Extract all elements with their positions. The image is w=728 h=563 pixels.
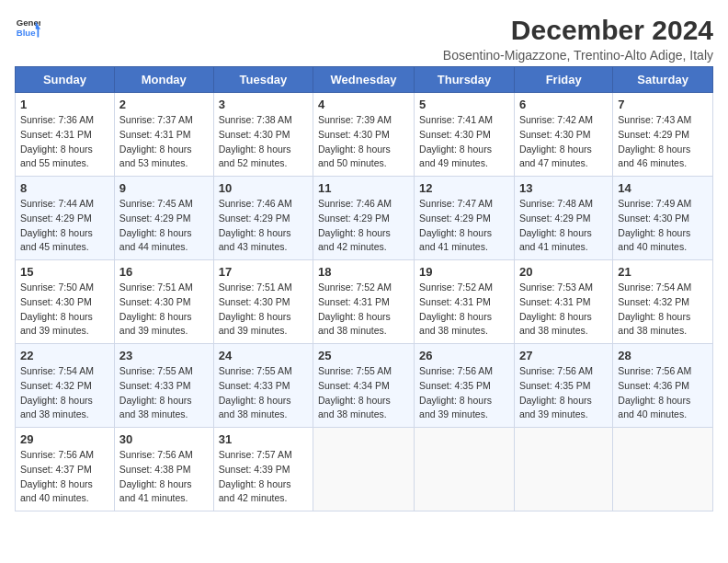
- day-number: 27: [519, 349, 608, 362]
- day-number: 14: [618, 181, 708, 195]
- calendar-cell: 17Sunrise: 7:51 AMSunset: 4:30 PMDayligh…: [213, 260, 313, 344]
- svg-text:Blue: Blue: [17, 28, 36, 38]
- weekday-header-cell: Saturday: [613, 67, 713, 93]
- calendar-cell: 29Sunrise: 7:56 AMSunset: 4:37 PMDayligh…: [16, 428, 115, 511]
- title-section: December 2024 Bosentino-Migazzone, Trent…: [443, 15, 713, 63]
- calendar-cell: 6Sunrise: 7:42 AMSunset: 4:30 PMDaylight…: [514, 93, 612, 177]
- calendar-week-row: 29Sunrise: 7:56 AMSunset: 4:37 PMDayligh…: [16, 428, 713, 511]
- day-info: Sunrise: 7:50 AMSunset: 4:30 PMDaylight:…: [20, 281, 109, 339]
- day-info: Sunrise: 7:49 AMSunset: 4:30 PMDaylight:…: [618, 197, 708, 255]
- weekday-header-cell: Friday: [514, 67, 612, 93]
- calendar-cell: 24Sunrise: 7:55 AMSunset: 4:33 PMDayligh…: [213, 344, 313, 428]
- day-number: 31: [219, 432, 308, 446]
- day-number: 21: [618, 265, 708, 279]
- day-number: 30: [119, 432, 209, 446]
- day-info: Sunrise: 7:55 AMSunset: 4:34 PMDaylight:…: [318, 364, 409, 422]
- day-number: 26: [419, 349, 509, 362]
- calendar-week-row: 1Sunrise: 7:36 AMSunset: 4:31 PMDaylight…: [16, 93, 713, 177]
- calendar-week-row: 22Sunrise: 7:54 AMSunset: 4:32 PMDayligh…: [16, 344, 713, 428]
- day-info: Sunrise: 7:56 AMSunset: 4:35 PMDaylight:…: [419, 364, 509, 422]
- calendar-cell: 14Sunrise: 7:49 AMSunset: 4:30 PMDayligh…: [613, 177, 713, 260]
- day-info: Sunrise: 7:55 AMSunset: 4:33 PMDaylight:…: [119, 364, 209, 422]
- calendar-week-row: 15Sunrise: 7:50 AMSunset: 4:30 PMDayligh…: [16, 260, 713, 344]
- day-info: Sunrise: 7:47 AMSunset: 4:29 PMDaylight:…: [419, 197, 509, 255]
- day-number: 12: [419, 181, 509, 195]
- day-info: Sunrise: 7:54 AMSunset: 4:32 PMDaylight:…: [20, 364, 109, 422]
- calendar-cell: [313, 428, 415, 511]
- day-number: 13: [519, 181, 608, 195]
- month-title: December 2024: [443, 15, 713, 46]
- page-header: General Blue December 2024 Bosentino-Mig…: [15, 15, 713, 63]
- day-number: 18: [318, 265, 409, 279]
- calendar-cell: 8Sunrise: 7:44 AMSunset: 4:29 PMDaylight…: [16, 177, 115, 260]
- weekday-header-row: SundayMondayTuesdayWednesdayThursdayFrid…: [16, 67, 713, 93]
- calendar-cell: 21Sunrise: 7:54 AMSunset: 4:32 PMDayligh…: [613, 260, 713, 344]
- day-info: Sunrise: 7:39 AMSunset: 4:30 PMDaylight:…: [318, 113, 409, 171]
- day-number: 9: [119, 181, 209, 195]
- calendar-cell: 3Sunrise: 7:38 AMSunset: 4:30 PMDaylight…: [213, 93, 313, 177]
- day-number: 25: [318, 349, 409, 362]
- weekday-header-cell: Thursday: [415, 67, 515, 93]
- day-info: Sunrise: 7:56 AMSunset: 4:35 PMDaylight:…: [519, 364, 608, 422]
- logo-icon: General Blue: [15, 15, 40, 40]
- day-info: Sunrise: 7:55 AMSunset: 4:33 PMDaylight:…: [219, 364, 308, 422]
- weekday-header-cell: Monday: [114, 67, 213, 93]
- calendar-cell: 4Sunrise: 7:39 AMSunset: 4:30 PMDaylight…: [313, 93, 415, 177]
- day-info: Sunrise: 7:42 AMSunset: 4:30 PMDaylight:…: [519, 113, 608, 171]
- calendar-cell: 27Sunrise: 7:56 AMSunset: 4:35 PMDayligh…: [514, 344, 612, 428]
- calendar-cell: 31Sunrise: 7:57 AMSunset: 4:39 PMDayligh…: [213, 428, 313, 511]
- day-number: 29: [20, 432, 109, 446]
- calendar-cell: 5Sunrise: 7:41 AMSunset: 4:30 PMDaylight…: [415, 93, 515, 177]
- day-number: 7: [618, 98, 708, 111]
- calendar-cell: 13Sunrise: 7:48 AMSunset: 4:29 PMDayligh…: [514, 177, 612, 260]
- day-info: Sunrise: 7:36 AMSunset: 4:31 PMDaylight:…: [20, 113, 109, 171]
- day-number: 20: [519, 265, 608, 279]
- calendar-cell: 10Sunrise: 7:46 AMSunset: 4:29 PMDayligh…: [213, 177, 313, 260]
- calendar-cell: 23Sunrise: 7:55 AMSunset: 4:33 PMDayligh…: [114, 344, 213, 428]
- day-number: 22: [20, 349, 109, 362]
- logo: General Blue: [15, 15, 40, 40]
- day-number: 3: [219, 98, 308, 111]
- day-info: Sunrise: 7:54 AMSunset: 4:32 PMDaylight:…: [618, 281, 708, 339]
- day-info: Sunrise: 7:45 AMSunset: 4:29 PMDaylight:…: [119, 197, 209, 255]
- day-info: Sunrise: 7:41 AMSunset: 4:30 PMDaylight:…: [419, 113, 509, 171]
- weekday-header-cell: Wednesday: [313, 67, 415, 93]
- calendar-cell: [613, 428, 713, 511]
- weekday-header-cell: Tuesday: [213, 67, 313, 93]
- calendar-cell: [514, 428, 612, 511]
- day-info: Sunrise: 7:46 AMSunset: 4:29 PMDaylight:…: [318, 197, 409, 255]
- day-info: Sunrise: 7:56 AMSunset: 4:36 PMDaylight:…: [618, 364, 708, 422]
- day-info: Sunrise: 7:53 AMSunset: 4:31 PMDaylight:…: [519, 281, 608, 339]
- calendar-cell: 15Sunrise: 7:50 AMSunset: 4:30 PMDayligh…: [16, 260, 115, 344]
- day-number: 24: [219, 349, 308, 362]
- day-info: Sunrise: 7:46 AMSunset: 4:29 PMDaylight:…: [219, 197, 308, 255]
- calendar-cell: 30Sunrise: 7:56 AMSunset: 4:38 PMDayligh…: [114, 428, 213, 511]
- calendar-cell: [415, 428, 515, 511]
- calendar-body: 1Sunrise: 7:36 AMSunset: 4:31 PMDaylight…: [16, 93, 713, 511]
- day-number: 2: [119, 98, 209, 111]
- calendar-cell: 1Sunrise: 7:36 AMSunset: 4:31 PMDaylight…: [16, 93, 115, 177]
- day-number: 19: [419, 265, 509, 279]
- calendar-table: SundayMondayTuesdayWednesdayThursdayFrid…: [15, 66, 713, 511]
- day-number: 28: [618, 349, 708, 362]
- calendar-week-row: 8Sunrise: 7:44 AMSunset: 4:29 PMDaylight…: [16, 177, 713, 260]
- calendar-cell: 7Sunrise: 7:43 AMSunset: 4:29 PMDaylight…: [613, 93, 713, 177]
- day-number: 16: [119, 265, 209, 279]
- day-number: 5: [419, 98, 509, 111]
- calendar-cell: 2Sunrise: 7:37 AMSunset: 4:31 PMDaylight…: [114, 93, 213, 177]
- day-number: 11: [318, 181, 409, 195]
- day-number: 15: [20, 265, 109, 279]
- day-number: 8: [20, 181, 109, 195]
- day-number: 23: [119, 349, 209, 362]
- day-info: Sunrise: 7:56 AMSunset: 4:38 PMDaylight:…: [119, 448, 209, 506]
- calendar-cell: 18Sunrise: 7:52 AMSunset: 4:31 PMDayligh…: [313, 260, 415, 344]
- day-number: 10: [219, 181, 308, 195]
- day-info: Sunrise: 7:37 AMSunset: 4:31 PMDaylight:…: [119, 113, 209, 171]
- day-info: Sunrise: 7:51 AMSunset: 4:30 PMDaylight:…: [219, 281, 308, 339]
- day-number: 6: [519, 98, 608, 111]
- day-info: Sunrise: 7:44 AMSunset: 4:29 PMDaylight:…: [20, 197, 109, 255]
- day-info: Sunrise: 7:56 AMSunset: 4:37 PMDaylight:…: [20, 448, 109, 506]
- calendar-cell: 12Sunrise: 7:47 AMSunset: 4:29 PMDayligh…: [415, 177, 515, 260]
- day-info: Sunrise: 7:51 AMSunset: 4:30 PMDaylight:…: [119, 281, 209, 339]
- location-title: Bosentino-Migazzone, Trentino-Alto Adige…: [443, 48, 713, 63]
